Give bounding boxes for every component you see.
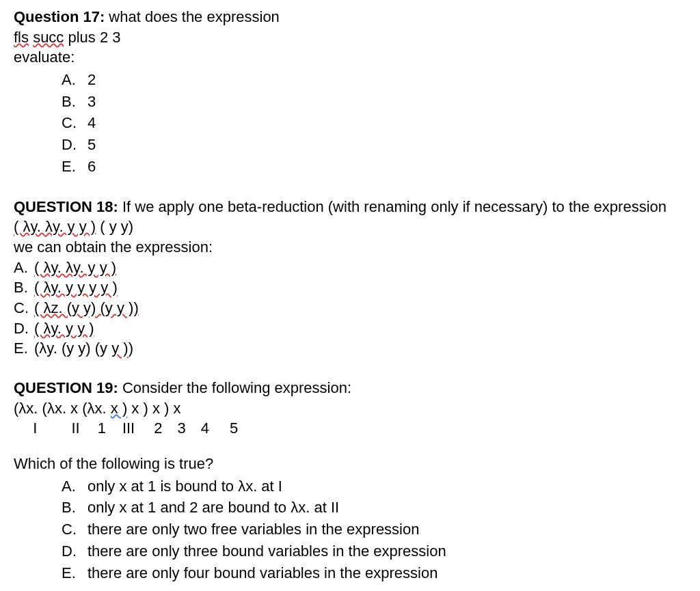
question-17: Question 17: what does the expression fl… <box>14 7 686 178</box>
q18-options: A. ( λy. λy. y y ) B. ( λy. y y y y ) C.… <box>14 258 686 359</box>
q17-opt-b: B.3 <box>62 91 686 113</box>
q19-opt-c: C.there are only two free variables in t… <box>62 519 686 540</box>
q18-opt-e: E. (λy. (y y) (y y )) <box>14 338 686 359</box>
q17-options: A.2 B.3 C.4 D.5 E.6 <box>14 69 686 177</box>
q19-options: A.only x at 1 is bound to λx. at I B.onl… <box>14 476 686 583</box>
q17-expr-rest: plus 2 3 <box>64 29 120 46</box>
q18-prompt-tail: If we apply one beta-reduction (with ren… <box>118 198 667 215</box>
q17-expr-succ: succ <box>33 29 64 46</box>
q19-label: QUESTION 19: <box>14 379 118 396</box>
q18-expr-underlined: ( λy. λy. y y ) <box>14 218 96 235</box>
q18-label: QUESTION 18: <box>14 198 118 215</box>
question-18: QUESTION 18: If we apply one beta-reduct… <box>14 197 686 359</box>
q18-prompt-line1: QUESTION 18: If we apply one beta-reduct… <box>14 197 686 217</box>
q18-expression: ( λy. λy. y y ) ( y y) <box>14 217 686 237</box>
q19-expression: (λx. (λx. x (λx. x ) x ) x ) x <box>14 398 686 419</box>
q17-opt-e: E.6 <box>62 156 686 178</box>
q17-opt-d: D.5 <box>62 134 686 156</box>
q17-expression: fls succ plus 2 3 <box>14 27 686 48</box>
q18-opt-b: B. ( λy. y y y y ) <box>14 277 686 298</box>
q17-opt-a: A.2 <box>62 69 686 91</box>
q17-label: Question 17: <box>14 8 105 25</box>
q17-evaluate: evaluate: <box>14 47 686 68</box>
q18-opt-d: D. ( λy. y y ) <box>14 318 686 339</box>
q18-expr-rest: ( y y) <box>96 218 133 235</box>
q17-expr-fls: fls <box>14 29 29 46</box>
q18-opt-c: C. ( λz. (y y) (y y )) <box>14 298 686 318</box>
question-19: QUESTION 19: Consider the following expr… <box>14 378 686 583</box>
q19-opt-a: A.only x at 1 is bound to λx. at I <box>62 476 686 497</box>
q17-opt-c: C.4 <box>62 112 686 134</box>
q19-prompt-line1: QUESTION 19: Consider the following expr… <box>14 378 686 398</box>
q18-opt-a: A. ( λy. λy. y y ) <box>14 258 686 278</box>
q17-prompt-tail: what does the expression <box>105 8 280 25</box>
q19-opt-e: E.there are only four bound variables in… <box>62 562 686 584</box>
q19-prompt-tail: Consider the following expression: <box>118 379 351 396</box>
q19-opt-d: D.there are only three bound variables i… <box>62 540 686 562</box>
q17-prompt-line1: Question 17: what does the expression <box>14 7 686 27</box>
q19-which: Which of the following is true? <box>14 454 686 474</box>
q18-line3: we can obtain the expression: <box>14 237 686 258</box>
q19-opt-b: B.only x at 1 and 2 are bound to λx. at … <box>62 497 686 519</box>
q19-label-row: I II 1 III 2 3 4 5 <box>14 418 686 439</box>
